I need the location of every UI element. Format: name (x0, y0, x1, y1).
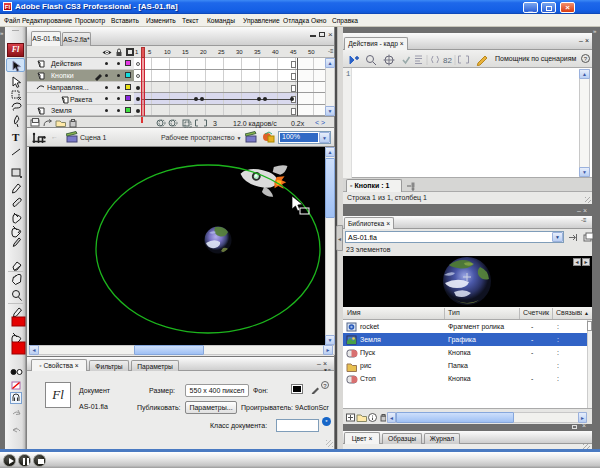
svg-text:T: T (12, 131, 20, 143)
svg-text:82: 82 (443, 56, 452, 65)
